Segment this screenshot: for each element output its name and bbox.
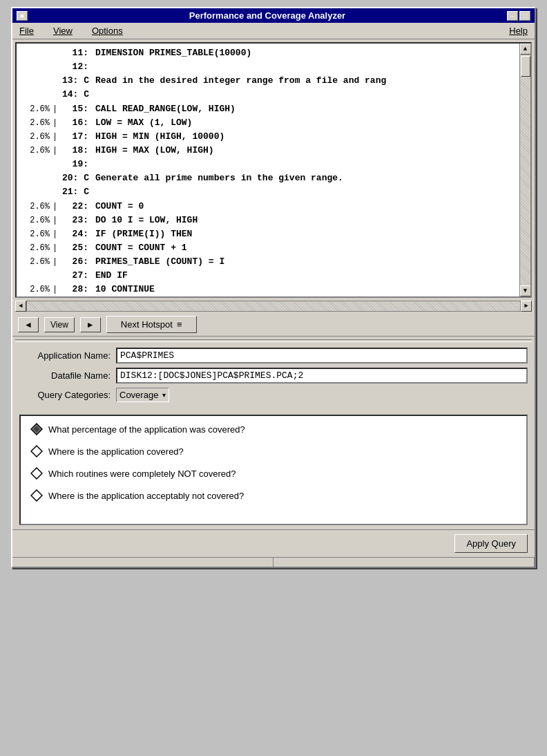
code-bar: | [52,256,59,269]
code-line-number: 13: C [62,74,88,88]
view-controls: ◄ View ► Next Hotspot ≡ [12,313,535,337]
datafile-value: DISK12:[DOC$JONES]PCA$PRIMES.PCA;2 [120,370,303,381]
code-pct: 2.6% [21,117,50,130]
hotspot-icon: ≡ [177,319,182,330]
app-name-value: PCA$PRIMES [120,350,174,361]
code-line-text: CALL READ_RANGE(LOW, HIGH) [95,102,236,116]
scroll-up-button[interactable]: ▲ [520,44,531,55]
code-line-number: 25: [62,241,88,255]
code-line: 2.6%|28: 10 CONTINUE [21,283,515,296]
app-name-label: Application Name: [19,350,116,361]
query-option-text: Where is the application covered? [48,446,184,457]
radio-empty-icon [30,467,43,480]
code-line-text: Generate all prime numbers in the given … [95,171,343,185]
view-next-button[interactable]: ► [80,317,101,332]
menu-file[interactable]: File [15,24,38,37]
code-line: 11: DIMENSION PRIMES_TABLE(10000) [21,46,515,60]
scroll-down-button[interactable]: ▼ [520,285,531,296]
code-line-text: DO 10 I = LOW, HIGH [95,214,198,227]
minimize-button[interactable]: ─ [507,11,518,21]
code-line-number: 14: C [62,88,88,102]
vertical-scrollbar[interactable]: ▲ ▼ [519,44,530,296]
code-pct: 2.6% [21,283,50,296]
query-option-1[interactable]: Where is the application covered? [30,445,517,457]
scroll-right-button[interactable]: ► [521,301,532,312]
code-line-text: DIMENSION PRIMES_TABLE(10000) [95,46,251,60]
code-bar: | [52,283,59,296]
query-cat-value: Coverage [119,390,158,400]
code-pct: 2.6% [21,200,50,214]
code-line-number: 28: [62,283,88,296]
datafile-field[interactable]: DISK12:[DOC$JONES]PCA$PRIMES.PCA;2 [116,368,528,384]
code-pct: 2.6% [21,131,50,144]
code-line-number: 18: [62,144,88,158]
query-cat-row: Query Categories: Coverage ▾ [19,388,528,402]
query-cat-dropdown[interactable]: Coverage ▾ [116,388,169,402]
view-prev-button[interactable]: ◄ [18,317,39,332]
code-line: 2.6%|17: HIGH = MIN (HIGH, 10000) [21,130,515,144]
query-option-text: What percentage of the application was c… [48,424,245,435]
dropdown-arrow-icon: ▾ [162,391,166,399]
code-line: 13: C Read in the desired integer range … [21,74,515,88]
maximize-button[interactable]: □ [519,11,530,21]
apply-query-button[interactable]: Apply Query [454,534,528,553]
query-option-2[interactable]: Which routines were completely NOT cover… [30,467,517,480]
code-line: 14: C [21,88,515,102]
query-option-3[interactable]: Where is the application acceptably not … [30,489,517,502]
code-line: 2.6%|15: CALL READ_RANGE(LOW, HIGH) [21,102,515,116]
horizontal-scrollbar[interactable]: ◄ ► [15,301,532,312]
menu-help[interactable]: Help [505,24,532,37]
code-content: 11: DIMENSION PRIMES_TABLE(10000)12:13: … [17,44,519,296]
title-controls: ─ □ [507,11,530,21]
menu-options[interactable]: Options [88,24,127,37]
status-bar [12,557,535,567]
menu-bar: File View Options Help [12,23,535,39]
radio-filled-icon [30,423,43,435]
next-hotspot-button[interactable]: Next Hotspot ≡ [106,316,197,333]
code-line: 2.6%|26: PRIMES_TABLE (COUNT) = I [21,255,515,269]
code-line-text: 10 CONTINUE [95,283,155,296]
query-option-0[interactable]: What percentage of the application was c… [30,423,517,435]
code-pct: 2.6% [21,242,50,255]
code-viewer: 11: DIMENSION PRIMES_TABLE(10000)12:13: … [15,42,532,298]
system-menu-button[interactable]: ■ [17,11,28,21]
code-bar: | [52,103,59,116]
code-bar: | [52,242,59,255]
svg-marker-4 [31,490,42,501]
code-line-number: 15: [62,102,88,116]
status-segment-2 [274,558,535,567]
code-line-number: 26: [62,255,88,269]
code-bar: | [52,214,59,227]
radio-empty-icon [30,489,43,502]
svg-marker-2 [31,446,42,457]
view-label-button[interactable]: View [44,317,75,332]
main-window: ■ Performance and Coverage Analyzer ─ □ … [11,7,536,568]
code-line-number: 16: [62,116,88,130]
app-name-field[interactable]: PCA$PRIMES [116,348,528,363]
query-options-box: What percentage of the application was c… [19,415,528,525]
radio-empty-icon [30,445,43,457]
app-name-row: Application Name: PCA$PRIMES [19,348,528,363]
menu-view[interactable]: View [49,24,77,37]
code-line-text: HIGH = MAX (LOW, HIGH) [95,144,214,158]
code-bar: | [52,200,59,214]
scroll-track[interactable] [520,55,531,285]
code-line-number: 11: [62,46,88,60]
code-bar: | [52,144,59,158]
code-line: 2.6%|25: COUNT = COUNT + 1 [21,241,515,255]
code-line-number: 21: C [62,185,88,199]
hscroll-track[interactable] [26,301,521,312]
code-bar: | [52,228,59,241]
code-line-number: 12: [62,60,88,74]
separator [15,339,532,342]
datafile-label: Datafile Name: [19,370,116,381]
scroll-thumb[interactable] [521,56,530,77]
code-line-number: 19: [62,158,88,171]
code-line-number: 23: [62,214,88,227]
code-line-text: PRIMES_TABLE (COUNT) = I [95,255,224,269]
code-line-number: 27: [62,269,88,283]
code-pct: 2.6% [21,228,50,241]
datafile-row: Datafile Name: DISK12:[DOC$JONES]PCA$PRI… [19,368,528,384]
code-line: 20: C Generate all prime numbers in the … [21,171,515,185]
scroll-left-button[interactable]: ◄ [15,301,26,312]
